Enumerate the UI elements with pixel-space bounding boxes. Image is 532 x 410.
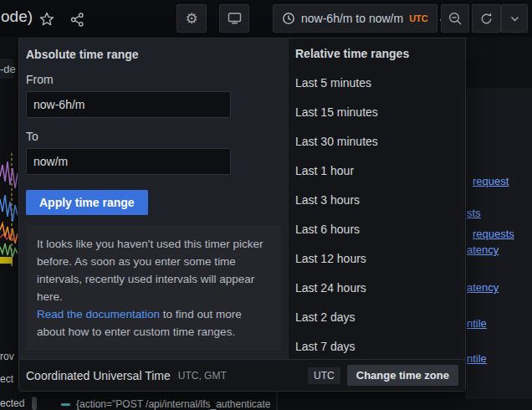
series-color-dash-icon <box>61 403 70 406</box>
timezone-label: UTC <box>409 13 428 23</box>
star-button[interactable] <box>38 10 56 28</box>
chevron-down-icon <box>510 16 519 22</box>
tv-icon <box>228 12 242 25</box>
dashboard-title-fragment: ode) <box>1 8 33 26</box>
relative-time-ranges-pane: Relative time ranges Last 5 minutes Last… <box>288 38 465 359</box>
legend-series-label: {action="POST /api/internal/lfs_authenti… <box>76 398 271 410</box>
refresh-dashboard-button[interactable] <box>472 4 501 33</box>
from-label: From <box>26 73 281 86</box>
panel-link-fragment[interactable]: sts <box>467 207 481 219</box>
table-row-label-fragment: rov <box>0 351 14 362</box>
table-row-label-fragment: ected <box>0 397 24 409</box>
panel-link-fragment[interactable]: atency <box>467 281 499 294</box>
panel-link-fragment[interactable]: atency <box>467 243 499 256</box>
utc-badge: UTC <box>308 367 340 384</box>
read-documentation-link[interactable]: Read the documentation <box>37 308 160 320</box>
relative-option-last-6-hours[interactable]: Last 6 hours <box>289 214 465 243</box>
grafana-screen: -de rov ect ected {action="POST /api/int… <box>0 0 532 410</box>
share-icon <box>70 13 84 27</box>
dashboard-settings-button[interactable]: ⚙ <box>176 4 207 33</box>
variable-label-fragment: -de <box>0 63 16 75</box>
change-time-zone-button[interactable]: Change time zone <box>347 365 458 386</box>
relative-option-last-3-hours[interactable]: Last 3 hours <box>289 185 465 214</box>
from-input[interactable] <box>26 91 231 118</box>
time-range-picker-button[interactable]: now-6h/m to now/m UTC <box>273 4 437 33</box>
panel-link-fragment[interactable]: ntile <box>467 317 487 330</box>
time-range-label: now-6h/m to now/m <box>301 12 403 25</box>
absolute-time-range-pane: Absolute time range From To Apply time r… <box>19 38 288 359</box>
panel-link-fragment[interactable]: requests <box>473 228 514 240</box>
zoom-out-time-range-button[interactable] <box>441 4 469 33</box>
absolute-time-range-title: Absolute time range <box>26 48 281 61</box>
relative-option-last-24-hours[interactable]: Last 24 hours <box>289 273 465 302</box>
to-input[interactable] <box>26 148 231 175</box>
timezone-abbreviations: UTC, GMT <box>178 370 227 382</box>
refresh-interval-dropdown-button[interactable] <box>501 4 528 33</box>
zoom-out-icon <box>448 12 463 26</box>
timeseries-chart-fragment <box>0 153 18 266</box>
time-picker-dropdown: Absolute time range From To Apply time r… <box>18 38 466 392</box>
timezone-footer: Coordinated Universal Time UTC, GMT UTC … <box>19 359 465 391</box>
refresh-icon <box>479 12 494 26</box>
timezone-name: Coordinated Universal Time <box>26 369 171 382</box>
relative-option-last-12-hours[interactable]: Last 12 hours <box>289 243 465 273</box>
cycle-view-mode-button[interactable] <box>219 4 249 33</box>
relative-time-ranges-title: Relative time ranges <box>289 47 465 60</box>
relative-option-last-1-hour[interactable]: Last 1 hour <box>289 156 465 185</box>
legend-scrollbar[interactable] <box>32 397 37 410</box>
info-text: It looks like you haven't used this time… <box>37 235 270 305</box>
panel-link-fragment[interactable]: ntile <box>467 352 487 365</box>
share-button[interactable] <box>68 10 86 28</box>
relative-option-last-7-days[interactable]: Last 7 days <box>289 331 465 361</box>
relative-option-last-30-minutes[interactable]: Last 30 minutes <box>289 126 465 156</box>
relative-option-last-5-minutes[interactable]: Last 5 minutes <box>289 68 465 97</box>
clock-icon <box>282 12 295 25</box>
star-icon <box>39 12 54 27</box>
to-label: To <box>26 130 281 143</box>
relative-option-last-2-days[interactable]: Last 2 days <box>289 302 465 331</box>
gear-icon: ⚙ <box>185 10 197 28</box>
timer-picker-info-box: It looks like you haven't used this time… <box>26 225 281 351</box>
table-row-label-fragment: ect <box>0 373 13 385</box>
panel-divider <box>276 392 278 410</box>
dashboard-top-bar: ode) ⚙ now-6h/m to now/m UTC <box>0 0 532 37</box>
legend-item[interactable]: {action="POST /api/internal/lfs_authenti… <box>61 397 276 410</box>
panel-link-fragment[interactable]: request <box>473 175 509 187</box>
apply-time-range-button[interactable]: Apply time range <box>26 190 148 215</box>
relative-option-last-15-minutes[interactable]: Last 15 minutes <box>289 97 465 126</box>
